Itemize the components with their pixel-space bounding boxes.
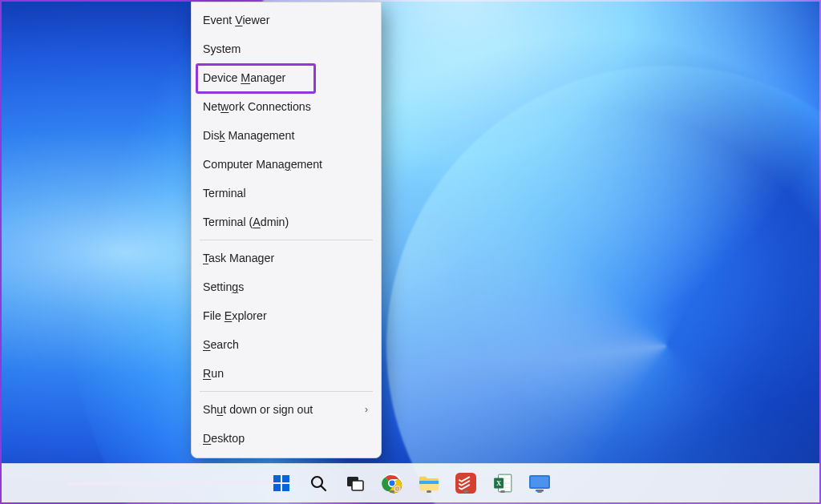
menu-item-label: Event Viewer — [203, 12, 269, 28]
menu-item-file-explorer[interactable]: File Explorer — [192, 301, 381, 330]
menu-item-label: Terminal (Admin) — [203, 214, 289, 230]
winx-context-menu: Event ViewerSystemDevice ManagerNetwork … — [191, 2, 382, 458]
menu-item-label: Desktop — [203, 430, 245, 446]
menu-separator — [200, 391, 373, 392]
menu-item-label: Task Manager — [203, 250, 274, 266]
running-indicator — [500, 490, 505, 493]
menu-item-device-manager[interactable]: Device Manager — [192, 63, 381, 92]
menu-item-run[interactable]: Run — [192, 359, 381, 388]
menu-item-label: Device Manager — [203, 70, 285, 86]
menu-item-event-viewer[interactable]: Event Viewer — [192, 6, 381, 34]
svg-point-12 — [390, 481, 395, 486]
start-button[interactable] — [270, 472, 293, 494]
menu-item-label: Shut down or sign out — [203, 401, 313, 417]
running-indicator — [537, 490, 542, 493]
search-button[interactable] — [307, 472, 330, 494]
taskbar: X — [2, 463, 819, 502]
submenu-chevron-icon: › — [365, 401, 368, 417]
menu-item-label: Disk Management — [203, 127, 294, 143]
menu-item-computer-management[interactable]: Computer Management — [192, 150, 381, 179]
desktop-wallpaper: Event ViewerSystemDevice ManagerNetwork … — [0, 0, 821, 504]
menu-item-label: Search — [203, 337, 239, 353]
menu-item-disk-management[interactable]: Disk Management — [192, 121, 381, 150]
svg-rect-26 — [531, 477, 548, 487]
svg-rect-5 — [282, 484, 289, 491]
menu-item-desktop[interactable]: Desktop — [192, 424, 381, 453]
menu-item-label: Run — [203, 365, 224, 381]
menu-item-system[interactable]: System — [192, 34, 381, 63]
svg-rect-16 — [419, 481, 439, 484]
menu-item-terminal[interactable]: Terminal — [192, 179, 381, 208]
svg-rect-2 — [273, 475, 281, 482]
menu-item-label: Settings — [203, 279, 244, 295]
running-indicator — [390, 490, 394, 493]
menu-item-label: System — [203, 41, 241, 57]
menu-item-settings[interactable]: Settings — [192, 272, 381, 301]
menu-item-terminal-admin[interactable]: Terminal (Admin) — [192, 208, 381, 236]
svg-rect-9 — [352, 481, 363, 490]
menu-item-label: Terminal — [203, 185, 246, 201]
menu-item-network-connections[interactable]: Network Connections — [192, 92, 381, 121]
menu-separator — [200, 240, 373, 240]
menu-item-label: Network Connections — [203, 99, 311, 115]
svg-text:X: X — [496, 479, 502, 487]
svg-rect-3 — [282, 475, 289, 482]
task-view-button[interactable] — [344, 472, 366, 494]
menu-item-task-manager[interactable]: Task Manager — [192, 244, 381, 272]
svg-point-14 — [395, 486, 399, 490]
menu-item-search[interactable]: Search — [192, 330, 381, 359]
running-indicator — [427, 490, 431, 493]
menu-item-label: File Explorer — [203, 308, 267, 324]
svg-line-7 — [322, 486, 326, 491]
running-indicator — [463, 490, 468, 493]
menu-item-shut-down-or-sign-out[interactable]: Shut down or sign out› — [192, 395, 381, 424]
menu-item-label: Computer Management — [203, 156, 322, 172]
svg-rect-4 — [273, 484, 281, 491]
